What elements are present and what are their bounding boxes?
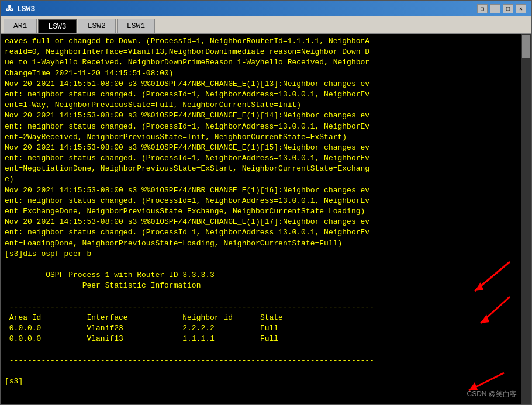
window-title: LSW3 [17,5,35,13]
tab-ar1[interactable]: AR1 [4,19,37,33]
minimize-button[interactable]: — [490,4,500,13]
main-window: 🖧 LSW3 ❐ — □ ✕ AR1 LSW3 LSW2 LSW1 eaves … [0,0,532,405]
maximize-button[interactable]: □ [503,4,513,13]
title-bar: 🖧 LSW3 ❐ — □ ✕ [1,1,531,16]
restore-button[interactable]: ❐ [477,4,488,13]
title-bar-left: 🖧 LSW3 [6,5,35,13]
tab-lsw2[interactable]: LSW2 [78,19,116,33]
terminal-content: eaves full or changed to Down. (ProcessI… [5,36,527,387]
window-icon: 🖧 [6,5,13,13]
watermark: CSDN @笑白客 [467,389,517,399]
scrollbar-thumb[interactable] [522,35,530,58]
tabs-bar: AR1 LSW3 LSW2 LSW1 [1,16,531,34]
close-button[interactable]: ✕ [516,4,526,13]
tab-lsw1[interactable]: LSW1 [117,19,155,33]
tab-lsw3[interactable]: LSW3 [38,19,76,33]
scrollbar[interactable] [521,34,531,404]
terminal-area[interactable]: eaves full or changed to Down. (ProcessI… [1,34,531,404]
title-bar-controls: ❐ — □ ✕ [477,4,526,13]
